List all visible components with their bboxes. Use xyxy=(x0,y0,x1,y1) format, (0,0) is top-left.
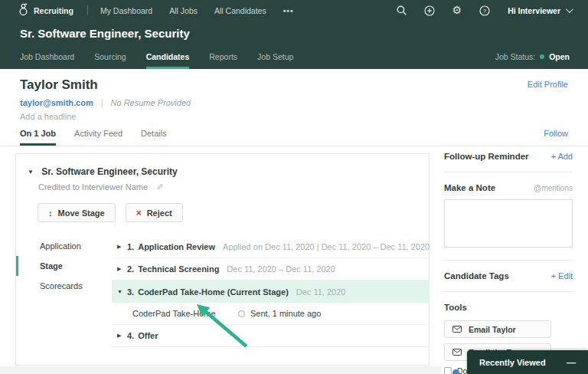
note-section-header: Make a Note @mentions xyxy=(444,183,573,192)
tags-section: Candidate Tags + Edit xyxy=(444,271,573,280)
envelope-icon xyxy=(452,349,462,356)
stage-number: 2. xyxy=(127,264,134,274)
gear-icon[interactable]: ⚙ xyxy=(452,5,462,15)
stage-number: 1. xyxy=(127,242,134,251)
search-icon[interactable] xyxy=(397,5,407,15)
stage-name: CoderPad Take-Home (Current Stage) xyxy=(138,287,289,297)
stage-row-coderpad-current[interactable]: ▼ 3. CoderPad Take-Home (Current Stage) … xyxy=(112,280,430,303)
stage-caret-icon[interactable]: ▼ xyxy=(117,289,127,294)
minimize-icon[interactable]: — xyxy=(567,357,588,368)
nav-item-my-dashboard[interactable]: My Dashboard xyxy=(100,6,152,15)
job-card-title: Sr. Software Engineer, Security xyxy=(41,166,177,177)
tab-candidates[interactable]: Candidates xyxy=(146,52,190,69)
followup-add-link[interactable]: + Add xyxy=(551,152,573,161)
top-nav: Recruiting My Dashboard All Jobs All Can… xyxy=(0,0,588,19)
tab-job-dashboard[interactable]: Job Dashboard xyxy=(20,52,74,69)
stage-number: 3. xyxy=(127,287,134,297)
stage-dates: Dec 11, 2020 xyxy=(296,287,346,297)
followup-title: Follow-up Reminder xyxy=(444,152,529,161)
job-status-label: Job Status: xyxy=(495,52,536,61)
move-stage-label: Move Stage xyxy=(58,208,105,218)
note-textarea[interactable] xyxy=(444,199,573,248)
user-menu[interactable]: Hi Interviewer xyxy=(508,6,571,15)
more-menu-icon[interactable]: ••• xyxy=(283,6,294,15)
substage-status-text: Sent, 1 minute ago xyxy=(250,309,321,318)
edit-profile-link[interactable]: Edit Profile xyxy=(528,80,568,89)
stage-list: ▶ 1. Application Review Applied on Dec 1… xyxy=(112,236,430,347)
note-title: Make a Note xyxy=(444,183,495,192)
stage-name: Offer xyxy=(138,331,158,340)
sidebar-divider xyxy=(444,172,573,172)
sidebar-divider xyxy=(444,260,573,261)
page-bottom-strip xyxy=(0,366,441,374)
stage-dates: Dec 11, 2020 – Dec 11, 2020 xyxy=(227,264,335,274)
job-tabs: Job Dashboard Sourcing Candidates Report… xyxy=(0,52,588,69)
tab-activity-feed[interactable]: Activity Feed xyxy=(74,129,122,146)
sidebar-divider xyxy=(444,291,573,292)
brand-label[interactable]: Recruiting xyxy=(34,6,74,15)
follow-link[interactable]: Follow xyxy=(544,129,568,146)
do-not-email-checkbox[interactable] xyxy=(444,367,452,374)
cut-off-blue-icon xyxy=(452,369,459,374)
stage-number: 4. xyxy=(127,331,134,340)
nav-stage[interactable]: Stage xyxy=(16,256,112,276)
job-card-header: ▼ Sr. Software Engineer, Security xyxy=(16,154,429,177)
stage-caret-icon[interactable]: ▶ xyxy=(117,266,127,272)
status-radio-icon[interactable] xyxy=(238,310,245,317)
stage-actions: ↕ Move Stage × Reject xyxy=(16,192,429,222)
svg-text:?: ? xyxy=(483,8,487,15)
job-status: Job Status: Open xyxy=(495,52,570,69)
credited-to: Credited to Interviewer Name ✎ xyxy=(16,177,429,192)
candidate-meta: taylor@smith.com | No Resume Provided xyxy=(0,93,588,107)
nav-item-all-candidates[interactable]: All Candidates xyxy=(214,6,266,15)
candidate-name: Taylor Smith xyxy=(0,69,588,93)
recently-viewed-panel[interactable]: Recently Viewed — xyxy=(467,350,588,374)
meta-separator: | xyxy=(101,98,103,107)
resume-note: No Resume Provided xyxy=(111,98,191,107)
nav-application[interactable]: Application xyxy=(16,236,112,256)
email-taylor-label: Email Taylor xyxy=(469,325,516,334)
collapse-caret-icon[interactable]: ▼ xyxy=(28,169,34,176)
candidate-header: Taylor Smith taylor@smith.com | No Resum… xyxy=(0,69,588,146)
top-nav-right: ⚙ ? Hi Interviewer xyxy=(397,5,571,16)
stage-dates: Applied on Dec 11, 2020 | Dec 11, 2020 –… xyxy=(223,242,430,251)
candidate-tabs: On 1 Job Activity Feed Details Follow xyxy=(0,129,588,146)
nav-divider xyxy=(87,5,88,15)
move-stage-button[interactable]: ↕ Move Stage xyxy=(38,203,116,222)
tags-edit-link[interactable]: + Edit xyxy=(551,271,573,280)
nav-scorecards[interactable]: Scorecards xyxy=(16,276,112,296)
user-menu-label: Hi Interviewer xyxy=(508,6,560,15)
job-card-nav: Application Stage Scorecards xyxy=(16,236,112,347)
greenhouse-logo[interactable] xyxy=(18,3,28,18)
tab-details[interactable]: Details xyxy=(141,129,167,146)
help-circle-icon[interactable]: ? xyxy=(479,5,490,16)
stage-caret-icon[interactable]: ▶ xyxy=(117,333,127,339)
tab-sourcing[interactable]: Sourcing xyxy=(94,52,126,69)
chevron-down-icon xyxy=(566,5,573,13)
tab-job-setup[interactable]: Job Setup xyxy=(257,52,293,69)
stage-row-offer[interactable]: ▶ 4. Offer xyxy=(112,325,430,347)
stage-row-technical-screening[interactable]: ▶ 2. Technical Screening Dec 11, 2020 – … xyxy=(112,258,430,280)
right-sidebar: Follow-up Reminder + Add Make a Note @me… xyxy=(444,152,573,374)
add-circle-icon[interactable] xyxy=(424,5,435,16)
substage-name: CoderPad Take-Home xyxy=(132,309,238,318)
followup-section: Follow-up Reminder + Add xyxy=(444,152,573,161)
reject-label: Reject xyxy=(147,208,172,218)
substage-status[interactable]: Sent, 1 minute ago xyxy=(238,309,321,318)
job-card-body: Application Stage Scorecards ▶ 1. Applic… xyxy=(16,236,429,347)
email-taylor-button[interactable]: Email Taylor xyxy=(444,320,551,338)
stage-row-application-review[interactable]: ▶ 1. Application Review Applied on Dec 1… xyxy=(112,236,430,258)
candidate-email-link[interactable]: taylor@smith.com xyxy=(20,98,93,107)
tags-title: Candidate Tags xyxy=(444,271,509,280)
reject-x-icon: × xyxy=(136,208,142,218)
pencil-icon[interactable]: ✎ xyxy=(156,182,163,192)
stage-caret-icon[interactable]: ▶ xyxy=(117,244,127,250)
tab-reports[interactable]: Reports xyxy=(209,52,237,69)
top-header: Recruiting My Dashboard All Jobs All Can… xyxy=(0,0,588,69)
nav-item-all-jobs[interactable]: All Jobs xyxy=(169,6,198,15)
status-dot-icon xyxy=(540,54,544,59)
tab-on-1-job[interactable]: On 1 Job xyxy=(20,129,56,146)
add-headline-field[interactable]: Add a headline xyxy=(0,107,588,121)
credited-to-label: Credited to Interviewer Name xyxy=(38,182,148,192)
reject-button[interactable]: × Reject xyxy=(126,203,183,222)
